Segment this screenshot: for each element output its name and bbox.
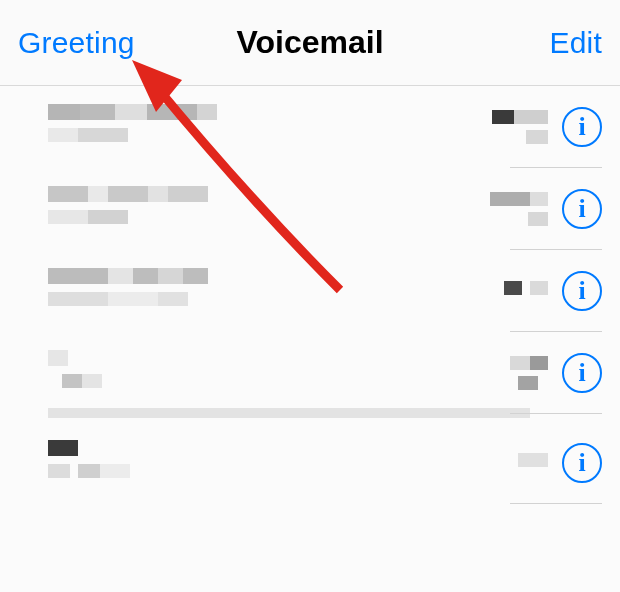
voicemail-meta	[492, 110, 548, 144]
edit-button[interactable]: Edit	[550, 26, 603, 60]
voicemail-caller-info	[48, 104, 492, 150]
voicemail-row[interactable]: i	[0, 332, 620, 414]
voicemail-meta	[504, 281, 548, 301]
voicemail-meta	[510, 356, 548, 390]
voicemail-list: iiiii	[0, 86, 620, 504]
voicemail-row[interactable]: i	[0, 86, 620, 168]
page-title: Voicemail	[236, 24, 383, 61]
voicemail-caller-info	[48, 186, 490, 232]
voicemail-caller-info	[48, 440, 518, 486]
info-icon[interactable]: i	[562, 353, 602, 393]
info-icon[interactable]: i	[562, 107, 602, 147]
voicemail-meta	[518, 453, 548, 473]
voicemail-caller-info	[48, 350, 510, 396]
voicemail-row[interactable]: i	[0, 250, 620, 332]
voicemail-caller-info	[48, 268, 504, 314]
info-icon[interactable]: i	[562, 189, 602, 229]
info-icon[interactable]: i	[562, 271, 602, 311]
navigation-bar: Greeting Voicemail Edit	[0, 0, 620, 86]
voicemail-meta	[490, 192, 548, 226]
greeting-button[interactable]: Greeting	[18, 26, 135, 60]
voicemail-row[interactable]: i	[0, 168, 620, 250]
voicemail-row[interactable]: i	[0, 422, 620, 504]
info-icon[interactable]: i	[562, 443, 602, 483]
